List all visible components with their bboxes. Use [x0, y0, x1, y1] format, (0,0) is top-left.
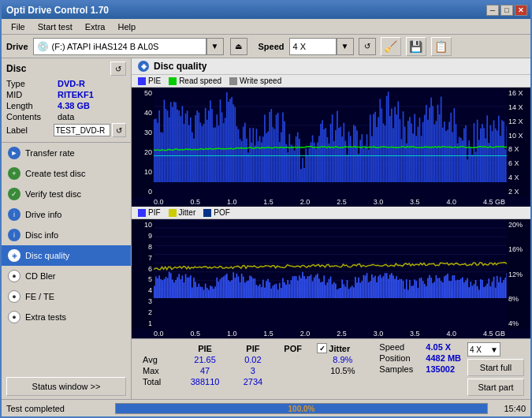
chart2-y-left: 10987654321 [132, 219, 154, 329]
save-log-button[interactable]: 📋 [431, 37, 452, 56]
progress-percent: 100.0% [116, 404, 487, 415]
drive-eject-button[interactable]: ⏏ [230, 38, 247, 55]
drive-select[interactable]: 💿 (F:) ATAPI iHAS124 B AL0S [33, 38, 206, 55]
sidebar-item-fe-te[interactable]: ● FE / TE [2, 286, 131, 307]
sidebar-item-transfer-rate[interactable]: ► Transfer rate [2, 143, 131, 163]
stats-row: PIE PIF POF ✓ Jitter [132, 338, 530, 399]
chart2-legend: PIF Jitter POF [132, 207, 530, 219]
progress-bar: 100.0% [115, 403, 488, 414]
disc-mid-value: RITEKF1 [58, 90, 94, 99]
sidebar-item-cd-bler[interactable]: ● CD Bler [2, 266, 131, 286]
start-part-button[interactable]: Start part [467, 379, 524, 396]
stat-max-jitter: 10.5% [312, 365, 373, 376]
drive-info-icon: i [8, 208, 20, 221]
sidebar-item-extra-tests[interactable]: ● Extra tests [2, 307, 131, 327]
chart1-area [154, 88, 507, 197]
sidebar: Disc ↺ Type DVD-R MID RITEKF1 Length 4.3… [2, 58, 132, 399]
disc-label-label: Label [6, 125, 54, 135]
chart1-y-right: 16 X14 X12 X10 X8 X6 X4 X2 X [507, 88, 530, 197]
sidebar-item-disc-quality[interactable]: ◈ Disc quality [2, 245, 131, 266]
minimize-button[interactable]: ─ [486, 5, 499, 16]
jitter-legend-label: Jitter [179, 208, 196, 217]
disc-type-label: Type [6, 79, 58, 88]
disc-quality-title: Disc quality [154, 61, 206, 72]
status-text: Test completed [6, 404, 109, 413]
disc-type-value: DVD-R [58, 79, 85, 88]
disc-quality-icon: ◈ [8, 249, 20, 262]
disc-length-value: 4.38 GB [58, 101, 90, 110]
burn-button[interactable]: 💾 [406, 37, 426, 56]
verify-test-disc-icon: ✓ [8, 188, 20, 200]
drive-label: Drive [6, 42, 28, 51]
chart2-area [154, 219, 507, 329]
disc-label-refresh-button[interactable]: ↺ [112, 123, 126, 137]
stats-controls: 4 X ▼ Start full Start part [467, 342, 524, 396]
close-button[interactable]: ✕ [515, 5, 527, 16]
window-title: Opti Drive Control 1.70 [6, 5, 109, 16]
stat-avg-pof [273, 354, 312, 365]
pie-legend-label: PIE [148, 77, 161, 85]
stat-avg-pif: 0.02 [233, 354, 273, 365]
disc-info-icon: i [8, 229, 20, 241]
col-jitter: Jitter [329, 344, 350, 353]
stat-total-jitter [312, 376, 373, 387]
erase-button[interactable]: 🧹 [381, 37, 401, 56]
refresh-drive-button[interactable]: ↺ [359, 38, 376, 55]
sidebar-item-drive-info[interactable]: i Drive info [2, 204, 131, 225]
stat-total-label: Total [138, 376, 177, 387]
pif-legend-box [138, 209, 146, 217]
col-pof: POF [273, 342, 312, 354]
disc-refresh-button[interactable]: ↺ [110, 62, 126, 76]
disc-quality-icon-header: ◈ [138, 61, 149, 72]
jitter-checkbox[interactable]: ✓ [317, 343, 327, 353]
speed-select[interactable]: 4 X [289, 38, 337, 55]
menu-help[interactable]: Help [111, 21, 142, 33]
stat-max-label: Max [138, 365, 177, 376]
cd-bler-icon: ● [8, 270, 20, 282]
disc-contents-label: Contents [6, 112, 58, 121]
disc-length-label: Length [6, 101, 58, 110]
speed-stat-label: Speed [379, 342, 422, 352]
stats-table: PIE PIF POF ✓ Jitter [138, 342, 373, 387]
transfer-rate-icon: ► [8, 147, 20, 159]
status-bar: Test completed 100.0% 15:40 [2, 399, 530, 416]
stat-avg-jitter: 8.9% [312, 354, 373, 365]
maximize-button[interactable]: □ [500, 5, 513, 16]
stat-total-pif: 2734 [233, 376, 273, 387]
drive-dropdown-arrow[interactable]: ▼ [206, 38, 224, 55]
samples-label: Samples [379, 364, 422, 374]
disc-info-section: Disc ↺ Type DVD-R MID RITEKF1 Length 4.3… [2, 58, 131, 143]
menu-start-test[interactable]: Start test [32, 21, 79, 33]
pof-legend-box [203, 209, 211, 217]
drive-row: Drive 💿 (F:) ATAPI iHAS124 B AL0S ▼ ⏏ Sp… [2, 35, 530, 58]
sidebar-item-disc-info[interactable]: i Disc info [2, 225, 131, 245]
pof-legend-label: POF [214, 208, 230, 217]
status-window-button[interactable]: Status window >> [6, 377, 126, 396]
sidebar-item-create-test-disc[interactable]: + Create test disc [2, 163, 131, 184]
test-speed-dropdown[interactable]: 4 X ▼ [467, 342, 500, 356]
disc-label-input[interactable] [54, 124, 110, 136]
read-speed-legend-label: Read speed [179, 77, 221, 85]
speed-label: Speed [259, 42, 285, 51]
status-time: 15:40 [494, 404, 526, 413]
write-speed-legend-label: Write speed [240, 77, 281, 85]
chart2-x-axis: 0.00.51.01.52.02.53.03.54.04.5 GB [132, 329, 530, 338]
col-pie: PIE [177, 342, 233, 354]
sidebar-item-verify-test-disc[interactable]: ✓ Verify test disc [2, 184, 131, 204]
speed-stat-value: 4.05 X [426, 342, 451, 352]
stat-avg-label: Avg [138, 354, 177, 365]
samples-value: 135002 [426, 364, 455, 374]
stat-avg-pie: 21.65 [177, 354, 233, 365]
stat-max-pif: 3 [233, 365, 273, 376]
stat-total-pie: 388110 [177, 376, 233, 387]
menu-file[interactable]: File [5, 21, 32, 33]
start-full-button[interactable]: Start full [467, 359, 524, 376]
fe-te-icon: ● [8, 290, 20, 303]
col-pif: PIF [233, 342, 273, 354]
stat-total-pof [273, 376, 312, 387]
read-speed-legend-box [169, 77, 177, 85]
menu-extra[interactable]: Extra [79, 21, 112, 33]
disc-section-title: Disc [6, 63, 26, 74]
chart1-y-left: 50403020100 [132, 88, 154, 197]
speed-dropdown-arrow[interactable]: ▼ [337, 38, 354, 55]
